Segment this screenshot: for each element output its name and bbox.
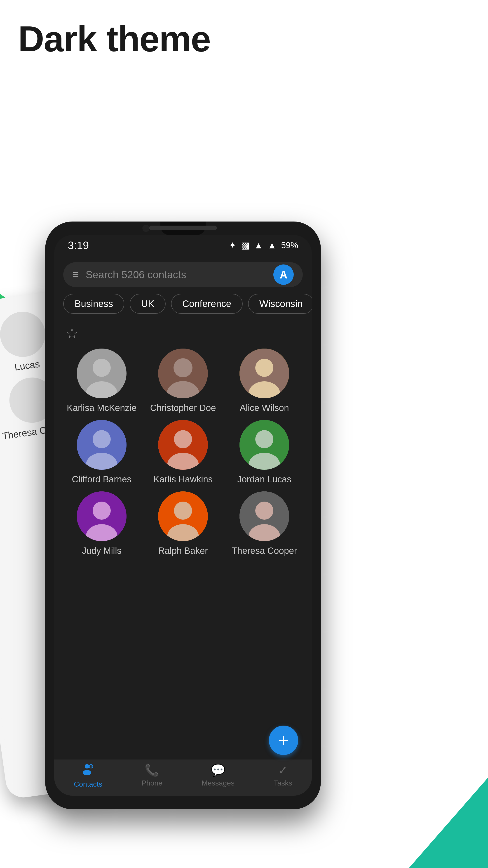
search-input[interactable]: Search 5206 contacts xyxy=(86,269,267,281)
nav-messages-label: Messages xyxy=(201,779,234,787)
status-bar: 3:19 ✦ ▩ ▲ ▲ 59% xyxy=(54,235,312,255)
chip-conference[interactable]: Conference xyxy=(171,294,242,314)
contact-name-7: Ralph Baker xyxy=(158,545,208,556)
contact-cell-5[interactable]: Jordan Lucas xyxy=(226,420,303,485)
contact-name-8: Theresa Cooper xyxy=(232,545,297,556)
contact-name-4: Karlis Hawkins xyxy=(153,474,213,485)
phone-notch xyxy=(160,221,205,235)
status-time: 3:19 xyxy=(68,239,89,252)
svg-point-16 xyxy=(255,430,273,448)
contact-avatar-7 xyxy=(158,491,208,541)
search-bar[interactable]: ≡ Search 5206 contacts A xyxy=(63,262,303,287)
svg-point-13 xyxy=(174,430,192,448)
contacts-area: ☆ Karlisa McKenzie xyxy=(54,320,312,561)
page-title: Dark theme xyxy=(18,18,210,60)
bg-avatar-1 xyxy=(0,309,48,360)
phone-screen: 3:19 ✦ ▩ ▲ ▲ 59% ≡ Search 5206 contacts … xyxy=(54,235,312,796)
contact-avatar-4 xyxy=(158,420,208,470)
chip-business[interactable]: Business xyxy=(63,294,124,314)
svg-point-4 xyxy=(173,358,193,377)
nav-phone-label: Phone xyxy=(141,779,162,787)
svg-point-27 xyxy=(85,764,89,769)
contact-avatar-1 xyxy=(158,348,208,398)
svg-point-25 xyxy=(255,502,273,520)
contact-cell-4[interactable]: Karlis Hawkins xyxy=(144,420,221,485)
contact-cell-7[interactable]: Ralph Baker xyxy=(144,491,221,556)
contact-name-5: Jordan Lucas xyxy=(237,474,291,485)
account-avatar-button[interactable]: A xyxy=(273,265,294,285)
svg-point-19 xyxy=(93,502,111,520)
contacts-header: ☆ xyxy=(63,325,303,342)
teal-triangle-decoration xyxy=(409,778,488,868)
contact-name-0: Karlisa McKenzie xyxy=(67,402,136,413)
contact-cell-1[interactable]: Christopher Doe xyxy=(144,348,221,413)
filter-chips-container: Business UK Conference Wisconsin 20 xyxy=(54,294,312,320)
nav-tasks[interactable]: ✓ Tasks xyxy=(273,764,292,787)
phone-camera xyxy=(142,225,150,232)
chip-wisconsin[interactable]: Wisconsin xyxy=(248,294,312,314)
svg-point-7 xyxy=(255,359,273,377)
nav-tasks-label: Tasks xyxy=(273,779,292,787)
wifi-icon: ▲ xyxy=(254,240,263,250)
bluetooth-icon: ✦ xyxy=(229,240,236,250)
signal-icon: ▲ xyxy=(267,240,276,250)
contact-avatar-3 xyxy=(77,420,127,470)
battery-level: 59% xyxy=(281,241,298,250)
contact-avatar-6 xyxy=(77,491,127,541)
contact-cell-8[interactable]: Theresa Cooper xyxy=(226,491,303,556)
contact-name-3: Clifford Barnes xyxy=(72,474,131,485)
svg-point-1 xyxy=(93,359,111,377)
nav-contacts-label: Contacts xyxy=(74,780,102,788)
contacts-nav-icon xyxy=(82,762,95,778)
phone-nav-icon: 📞 xyxy=(144,763,159,777)
messages-nav-icon: 💬 xyxy=(211,763,225,777)
chip-uk[interactable]: UK xyxy=(130,294,165,314)
contact-cell-6[interactable]: Judy Mills xyxy=(63,491,140,556)
phone-device: 3:19 ✦ ▩ ▲ ▲ 59% ≡ Search 5206 contacts … xyxy=(45,221,321,809)
tasks-nav-icon: ✓ xyxy=(278,764,288,777)
contacts-grid: Karlisa McKenzie Christopher Doe xyxy=(63,348,303,556)
contact-avatar-5 xyxy=(239,420,289,470)
bottom-navigation: Contacts 📞 Phone 💬 Messages ✓ Tasks xyxy=(54,760,312,796)
contact-cell-3[interactable]: Clifford Barnes xyxy=(63,420,140,485)
fab-add-contact-button[interactable]: + xyxy=(269,725,298,755)
contact-avatar-0 xyxy=(77,348,127,398)
contact-cell-2[interactable]: Alice Wilson xyxy=(226,348,303,413)
svg-point-10 xyxy=(93,430,111,448)
svg-point-28 xyxy=(83,770,91,775)
vibrate-icon: ▩ xyxy=(241,240,250,250)
status-icons: ✦ ▩ ▲ ▲ 59% xyxy=(229,240,298,250)
hamburger-icon[interactable]: ≡ xyxy=(72,269,79,280)
nav-messages[interactable]: 💬 Messages xyxy=(201,763,234,787)
phone-speaker xyxy=(149,225,217,230)
svg-point-22 xyxy=(174,502,192,520)
contact-name-6: Judy Mills xyxy=(82,545,122,556)
favorites-star-icon[interactable]: ☆ xyxy=(66,325,78,342)
nav-contacts[interactable]: Contacts xyxy=(74,762,102,788)
contact-name-2: Alice Wilson xyxy=(240,402,289,413)
contact-avatar-2 xyxy=(239,348,289,398)
contact-avatar-8 xyxy=(239,491,289,541)
contact-cell-0[interactable]: Karlisa McKenzie xyxy=(63,348,140,413)
nav-phone[interactable]: 📞 Phone xyxy=(141,763,162,787)
contact-name-1: Christopher Doe xyxy=(150,402,216,413)
